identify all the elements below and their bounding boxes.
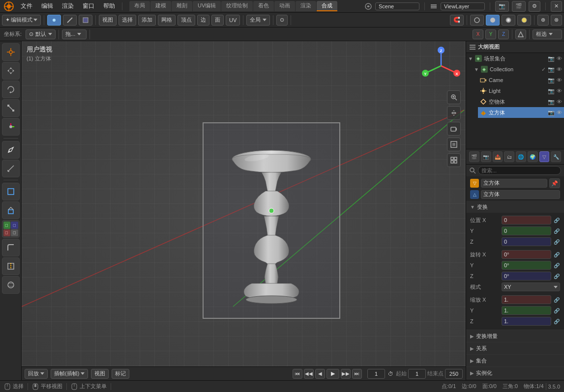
wireframe-shading-btn[interactable] <box>470 15 484 26</box>
coll-render[interactable]: 📷 <box>548 66 555 73</box>
coll-view[interactable]: 👁 <box>557 66 562 72</box>
extrude-tool[interactable] <box>2 201 20 219</box>
vertex-menu-btn[interactable]: 顶点 <box>178 15 195 26</box>
material-shading-btn[interactable] <box>502 15 515 26</box>
overlay-btn[interactable]: ⊕ <box>537 15 549 26</box>
menu-edit[interactable]: 编辑 <box>37 1 57 11</box>
light-render[interactable]: 📷 <box>548 88 555 94</box>
scale-z-chain[interactable]: 🔗 <box>553 318 560 325</box>
render-region-btn[interactable] <box>447 138 461 151</box>
settings-btn[interactable]: ⚙ <box>529 1 540 12</box>
smooth-tool[interactable] <box>2 276 20 294</box>
prev-keyframe-btn[interactable]: ◀◀ <box>304 369 314 379</box>
scale-z-input[interactable]: 1. <box>502 317 551 326</box>
light-view[interactable]: 👁 <box>557 88 562 94</box>
jump-end-btn[interactable]: ⏭ <box>352 369 362 379</box>
zoom-tool-btn[interactable] <box>447 90 461 104</box>
cube-render[interactable]: 📷 <box>548 110 555 116</box>
obj-mesh-name[interactable]: 立方体 <box>481 190 560 199</box>
prev-frame-btn[interactable]: ◀ <box>315 369 325 379</box>
marker-btn[interactable]: 标记 <box>112 369 129 379</box>
ws-tab-shading[interactable]: 着色 <box>253 1 274 11</box>
relations-header[interactable]: ▶ 关系 <box>466 342 564 354</box>
cam-render[interactable]: 📷 <box>548 77 555 84</box>
rot-x-chain[interactable]: 🔗 <box>553 251 560 258</box>
interpolation-btn[interactable]: 插帧(插帧) <box>51 369 88 379</box>
rot-z-chain[interactable]: 🔗 <box>553 273 560 280</box>
mode-selector[interactable]: ✦ 编辑模式 <box>2 15 41 26</box>
global-dropdown[interactable]: 全局 <box>246 15 270 26</box>
output-props-btn[interactable]: 📤 <box>493 151 503 162</box>
world-btn[interactable]: 🌍 <box>528 151 538 162</box>
select-dropdown[interactable]: 框选 <box>533 29 562 39</box>
render-btn[interactable]: 🎬 <box>512 1 526 12</box>
rendered-shading-btn[interactable] <box>517 15 531 26</box>
outliner-scene-collection[interactable]: ▼ ◈ 场景集合 📷 👁 <box>466 53 564 64</box>
collections-header[interactable]: ▶ 集合 <box>466 355 564 366</box>
y-axis-btn[interactable]: Y <box>485 29 496 39</box>
cursor-tool[interactable] <box>2 43 20 61</box>
timeline-view-btn[interactable]: 视图 <box>91 369 109 379</box>
outliner-cube[interactable]: 立方体 📷 👁 <box>478 107 564 118</box>
outliner-empty[interactable]: 空物体 📷 👁 <box>478 96 564 107</box>
coord-sys-dropdown[interactable]: ⊙ 默认 <box>26 29 56 39</box>
menu-render[interactable]: 渲染 <box>58 1 78 11</box>
loc-x-input[interactable]: 0 <box>502 216 551 224</box>
transform-header[interactable]: ▼ 变换 <box>466 201 564 213</box>
scale-y-input[interactable]: 1. <box>502 306 551 315</box>
bevel-tool[interactable] <box>2 239 20 256</box>
scene-input[interactable] <box>375 2 419 10</box>
move-tool[interactable] <box>2 62 20 80</box>
coll-check[interactable]: ✓ <box>541 66 546 73</box>
xray-btn[interactable]: ⊗ <box>551 15 562 26</box>
rot-mode-dropdown[interactable]: XY <box>502 282 560 291</box>
camera-persp-btn[interactable] <box>447 122 461 136</box>
outliner-collection[interactable]: ▼ ◈ Collection ✓ 📷 👁 <box>472 64 564 75</box>
ws-tab-modeling[interactable]: 建模 <box>150 1 171 11</box>
face-mode-btn[interactable] <box>79 15 92 26</box>
scale-tool[interactable] <box>2 99 20 117</box>
scale-x-input[interactable]: 1. <box>502 295 551 304</box>
loc-x-chain[interactable]: 🔗 <box>553 217 560 224</box>
scale-x-chain[interactable]: 🔗 <box>553 296 560 303</box>
rotate-tool[interactable] <box>2 81 20 98</box>
vertex-mode-btn[interactable] <box>47 15 61 26</box>
render-props-btn[interactable]: 📷 <box>481 151 491 162</box>
end-frame-input[interactable]: 250 <box>445 369 463 379</box>
menu-file[interactable]: 文件 <box>17 1 36 11</box>
ws-tab-texture[interactable]: 纹理绘制 <box>221 1 253 11</box>
add-cube-tool[interactable] <box>2 183 20 200</box>
scale-y-chain[interactable]: 🔗 <box>553 307 560 314</box>
loc-y-input[interactable]: 0 <box>502 226 551 235</box>
gizmo[interactable]: Z X Y <box>421 46 461 85</box>
menu-window[interactable]: 窗口 <box>79 1 98 11</box>
select-menu-btn[interactable]: 选择 <box>119 15 136 26</box>
empty-render[interactable]: 📷 <box>548 99 555 105</box>
outliner-light[interactable]: Light 📷 👁 <box>478 85 564 96</box>
loc-z-input[interactable]: 0 <box>502 237 551 246</box>
x-axis-btn[interactable]: X <box>473 29 483 39</box>
edge-mode-btn[interactable] <box>63 15 77 26</box>
next-frame-btn[interactable]: ▶▶ <box>341 369 351 379</box>
start-frame-input[interactable]: 1 <box>408 369 426 379</box>
view-menu-btn[interactable]: 视图 <box>99 15 117 26</box>
normal-icon-btn[interactable] <box>515 29 526 39</box>
inset-tool[interactable]: ◻ ◻ ◻ ◻ <box>2 220 20 238</box>
solid-shading-btn[interactable] <box>486 15 500 26</box>
loop-cut-tool[interactable] <box>2 257 20 275</box>
add-menu-btn[interactable]: 添加 <box>138 15 156 26</box>
loc-z-chain[interactable]: 🔗 <box>553 238 560 245</box>
edge-menu-btn[interactable]: 边 <box>197 15 209 26</box>
scene-props-btn[interactable]: 🎬 <box>469 151 479 162</box>
overlay-tools-btn[interactable] <box>447 153 461 167</box>
mesh-menu-btn[interactable]: 网格 <box>158 15 176 26</box>
close-btn[interactable]: ✕ <box>551 1 562 12</box>
cam-view[interactable]: 👁 <box>557 77 562 83</box>
obj-name-display[interactable]: 立方体 <box>481 179 547 188</box>
cube-view[interactable]: 👁 <box>557 110 562 115</box>
rot-z-input[interactable]: 0° <box>502 272 551 280</box>
transform-extra-header[interactable]: ▶ 变换增量 <box>466 330 564 342</box>
rot-y-chain[interactable]: 🔗 <box>553 262 560 269</box>
view-layer-props-btn[interactable]: 🗂 <box>504 151 514 162</box>
loc-y-chain[interactable]: 🔗 <box>553 227 560 234</box>
